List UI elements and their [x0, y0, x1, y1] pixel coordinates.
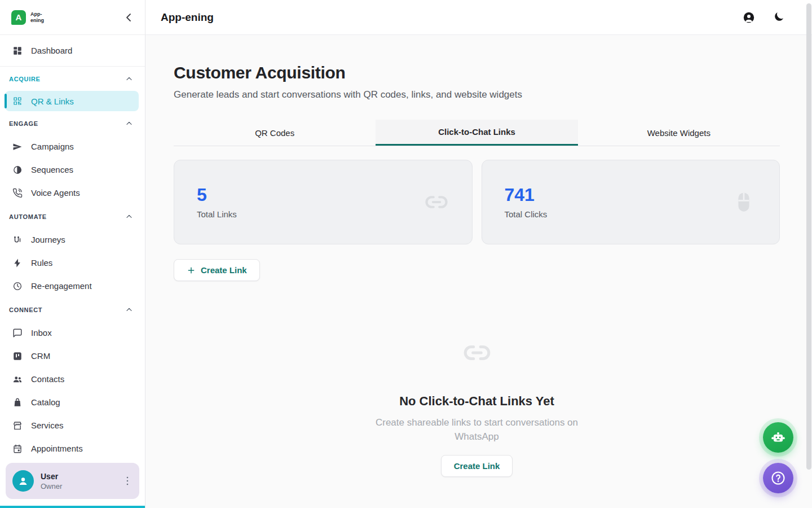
stat-label: Total Links — [197, 209, 237, 219]
mouse-icon — [732, 190, 756, 214]
user-role: Owner — [41, 482, 62, 491]
link-icon — [463, 339, 491, 367]
sidebar-item-label: Voice Agents — [31, 188, 80, 198]
chatbot-icon — [770, 430, 786, 445]
scrollbar[interactable] — [806, 3, 811, 470]
user-menu-button[interactable] — [121, 475, 134, 487]
empty-state-description: Create shareable links to start conversa… — [365, 416, 588, 444]
calendar-icon — [12, 444, 23, 454]
chatbot-fab[interactable] — [763, 422, 793, 453]
stat-card-total-clicks: 741 Total Clicks — [482, 160, 780, 244]
chevron-left-icon — [122, 11, 136, 24]
qr-code-icon — [12, 96, 23, 106]
chevron-up-icon — [125, 119, 134, 128]
dark-mode-moon-icon[interactable] — [773, 11, 786, 24]
sidebar-item-label: Contacts — [31, 374, 64, 384]
person-icon — [16, 474, 30, 488]
dots-vertical-icon — [121, 475, 134, 487]
sidebar-item-label: Rules — [31, 258, 52, 268]
user-footer-card[interactable]: User Owner — [6, 463, 139, 499]
sidebar-item-inbox[interactable]: Inbox — [0, 321, 145, 344]
bag-icon — [12, 397, 23, 408]
contrast-circle-icon — [12, 165, 23, 175]
stat-label: Total Clicks — [505, 209, 548, 219]
dashboard-icon — [12, 46, 23, 56]
app-window: A App- ening Dashboard ACQUIRE — [0, 0, 812, 508]
sidebar-header: A App- ening — [0, 0, 145, 35]
sidebar-collapse-button[interactable] — [122, 11, 136, 24]
create-link-label: Create Link — [201, 265, 247, 275]
topbar-actions — [742, 11, 786, 24]
section-label: AUTOMATE — [9, 213, 47, 220]
page-content: Customer Acquisition Generate leads and … — [145, 35, 812, 508]
avatar — [12, 470, 34, 492]
topbar-title: App-ening — [161, 11, 214, 24]
app-logo: A — [11, 10, 26, 25]
logo-line-1: App- — [30, 11, 44, 17]
section-header-connect[interactable]: CONNECT — [0, 299, 145, 321]
main-area: App-ening Customer Acquisition Generate … — [145, 0, 812, 508]
people-icon — [12, 374, 23, 384]
section-header-acquire[interactable]: ACQUIRE — [0, 68, 145, 90]
sidebar-accent-line — [0, 506, 145, 508]
page-title: Customer Acquisition — [174, 63, 780, 82]
stat-text: 741 Total Clicks — [505, 186, 548, 219]
section-label: ENGAGE — [9, 120, 38, 127]
send-icon — [12, 142, 23, 152]
empty-state: No Click-to-Chat Links Yet Create sharea… — [174, 339, 780, 477]
phone-call-icon — [12, 188, 23, 198]
section-header-engage[interactable]: ENGAGE — [0, 112, 145, 135]
account-icon[interactable] — [742, 11, 756, 24]
link-icon — [425, 190, 448, 214]
stat-card-total-links: 5 Total Links — [174, 160, 473, 244]
sidebar-item-label: CRM — [31, 351, 50, 361]
user-name: User — [41, 472, 62, 481]
stat-cards: 5 Total Links 741 Total Clicks — [174, 160, 780, 244]
help-icon — [770, 470, 786, 486]
empty-state-title: No Click-to-Chat Links Yet — [399, 394, 554, 409]
user-info: User Owner — [41, 472, 62, 491]
sidebar-item-services[interactable]: Services — [0, 414, 145, 437]
stat-value: 741 — [505, 186, 548, 204]
sidebar-item-label: QR & Links — [31, 97, 74, 106]
section-header-automate[interactable]: AUTOMATE — [0, 205, 145, 228]
topbar: App-ening — [145, 0, 812, 35]
create-link-button[interactable]: Create Link — [174, 259, 260, 281]
sidebar-item-qr-links[interactable]: QR & Links — [5, 91, 139, 111]
tab-click-to-chat-links[interactable]: Click-to-Chat Links — [376, 120, 577, 146]
sidebar-item-crm[interactable]: CRM — [0, 344, 145, 367]
sidebar: A App- ening Dashboard ACQUIRE — [0, 0, 145, 508]
clock-icon — [12, 281, 23, 291]
logo-line-2: ening — [30, 17, 44, 23]
sidebar-item-label: Journeys — [31, 235, 65, 244]
sidebar-item-catalog[interactable]: Catalog — [0, 391, 145, 414]
sidebar-item-label: Dashboard — [31, 46, 72, 55]
tab-bar: QR Codes Click-to-Chat Links Website Wid… — [174, 120, 780, 146]
sidebar-item-dashboard[interactable]: Dashboard — [0, 39, 145, 62]
tab-qr-codes[interactable]: QR Codes — [174, 120, 376, 146]
sidebar-item-sequences[interactable]: Sequences — [0, 158, 145, 181]
sidebar-item-label: Sequences — [31, 165, 73, 174]
sidebar-item-label: Services — [31, 421, 64, 430]
sidebar-item-journeys[interactable]: Journeys — [0, 228, 145, 251]
sidebar-nav: Dashboard ACQUIRE QR & Links ENGAGE — [0, 35, 145, 454]
chat-icon — [12, 328, 23, 338]
sidebar-item-label: Inbox — [31, 328, 52, 338]
stat-text: 5 Total Links — [197, 186, 237, 219]
route-icon — [12, 235, 23, 245]
section-label: ACQUIRE — [9, 76, 41, 82]
storefront-icon — [12, 421, 23, 431]
plus-icon — [187, 266, 196, 275]
help-fab[interactable] — [763, 463, 793, 493]
sidebar-item-label: Re-engagement — [31, 281, 92, 291]
sidebar-item-re-engagement[interactable]: Re-engagement — [0, 274, 145, 297]
sidebar-item-campaigns[interactable]: Campaigns — [0, 135, 145, 158]
sidebar-item-rules[interactable]: Rules — [0, 251, 145, 274]
sidebar-item-appointments[interactable]: Appointments — [0, 437, 145, 454]
sidebar-item-voice-agents[interactable]: Voice Agents — [0, 181, 145, 204]
empty-create-link-button[interactable]: Create Link — [441, 455, 513, 477]
sidebar-item-label: Catalog — [31, 397, 60, 407]
tab-website-widgets[interactable]: Website Widgets — [578, 120, 780, 146]
chevron-up-icon — [125, 305, 134, 314]
sidebar-item-contacts[interactable]: Contacts — [0, 367, 145, 391]
